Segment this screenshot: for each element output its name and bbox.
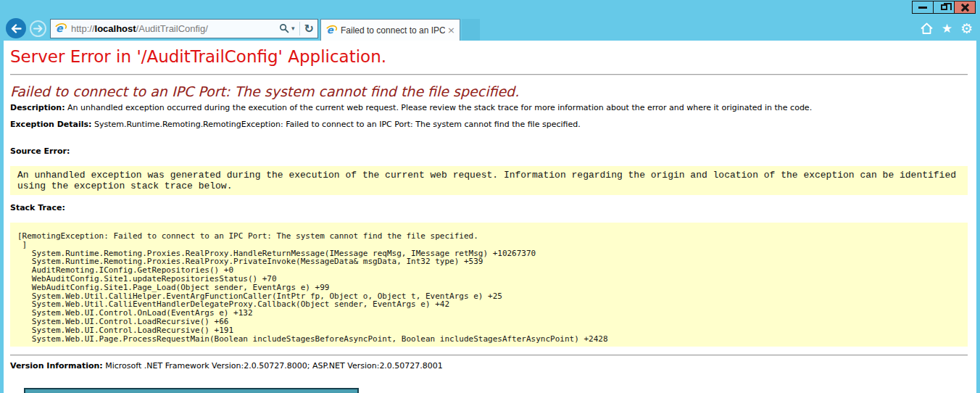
address-bar-divider xyxy=(299,22,300,36)
new-tab-button[interactable] xyxy=(462,19,480,41)
browser-toolbar-icons: ★ ⚙ xyxy=(920,22,973,36)
exception-details-line: Exception Details: System.Runtime.Remoti… xyxy=(10,120,968,129)
exception-details-text: System.Runtime.Remoting.RemotingExceptio… xyxy=(94,120,581,129)
refresh-icon[interactable]: ↻ xyxy=(304,22,314,36)
description-line: Description: An unhandled exception occu… xyxy=(10,103,968,112)
error-page: Server Error in '/AuditTrailConfig' Appl… xyxy=(4,41,976,393)
address-bar[interactable]: e http://localhost/AuditTrailConfig/ ▾ ↻ xyxy=(50,19,318,38)
close-button[interactable] xyxy=(954,1,976,14)
background-window-edge[interactable] xyxy=(24,388,359,393)
tab-error-page[interactable]: e Failed to connect to an IPC ... × xyxy=(320,19,460,41)
minimize-icon xyxy=(918,7,927,9)
exception-details-label: Exception Details: xyxy=(10,120,91,129)
source-error-label: Source Error: xyxy=(10,146,70,156)
forward-button[interactable] xyxy=(30,20,46,37)
tab-title: Failed to connect to an IPC ... xyxy=(341,25,445,36)
settings-gear-icon[interactable]: ⚙ xyxy=(960,22,973,36)
stack-trace-box: [RemotingException: Failed to connect to… xyxy=(10,223,968,347)
version-info-line: Version Information: Microsoft .NET Fram… xyxy=(10,361,968,371)
back-button[interactable] xyxy=(6,18,26,38)
url-text[interactable]: http://localhost/AuditTrailConfig/ xyxy=(71,23,279,34)
description-text: An unhandled exception occurred during t… xyxy=(67,103,812,112)
page-title: Server Error in '/AuditTrailConfig' Appl… xyxy=(10,46,968,67)
minimize-button[interactable] xyxy=(912,1,934,14)
restore-icon xyxy=(941,4,947,10)
version-info-text: Microsoft .NET Framework Version:2.0.507… xyxy=(105,361,443,371)
description-label: Description: xyxy=(10,103,65,112)
source-error-label-line: Source Error: xyxy=(10,146,968,156)
window-controls xyxy=(913,1,976,14)
version-info-label: Version Information: xyxy=(10,361,103,371)
ie-favicon: e xyxy=(54,22,67,35)
source-error-box: An unhandled exception was generated dur… xyxy=(10,166,968,195)
divider xyxy=(10,74,968,75)
ie-tab-favicon: e xyxy=(325,25,337,36)
home-icon[interactable] xyxy=(920,22,934,35)
tab-close-icon[interactable]: × xyxy=(447,25,455,36)
url-prefix: http:// xyxy=(71,23,95,34)
divider xyxy=(10,355,968,356)
maximize-button[interactable] xyxy=(933,1,955,14)
search-dropdown-icon[interactable]: ▾ xyxy=(291,25,295,32)
navigation-bar: e http://localhost/AuditTrailConfig/ ▾ ↻… xyxy=(0,16,980,41)
back-arrow-icon xyxy=(10,24,22,33)
close-icon xyxy=(960,3,970,12)
browser-window: e http://localhost/AuditTrailConfig/ ▾ ↻… xyxy=(0,0,980,393)
title-bar xyxy=(0,0,980,16)
search-icon[interactable] xyxy=(279,23,289,33)
stack-trace-label: Stack Trace: xyxy=(10,203,65,212)
url-path: /AuditTrailConfig/ xyxy=(136,23,208,34)
url-host: localhost xyxy=(95,23,136,34)
error-subtitle: Failed to connect to an IPC Port: The sy… xyxy=(10,83,968,100)
forward-arrow-icon xyxy=(33,25,43,33)
favorites-star-icon[interactable]: ★ xyxy=(942,22,952,35)
stack-trace-label-line: Stack Trace: xyxy=(10,203,968,212)
